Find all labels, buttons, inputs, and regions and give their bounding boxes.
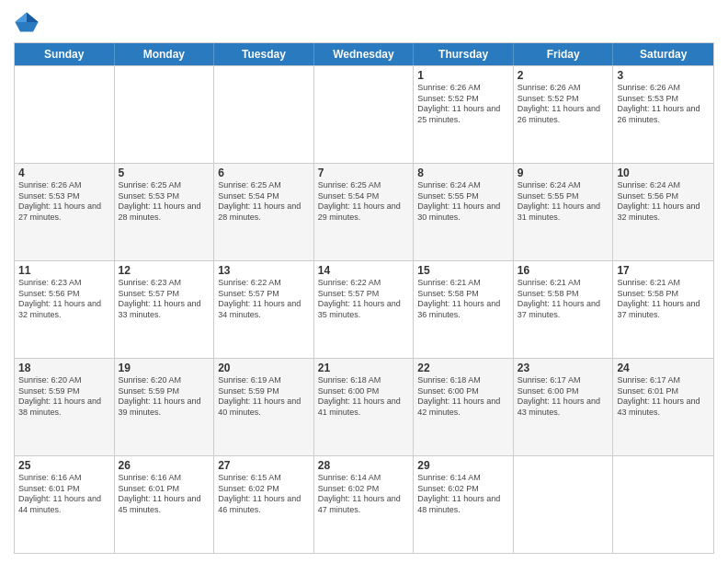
day-number: 24: [617, 362, 710, 374]
calendar-day-17: 17Sunrise: 6:21 AM Sunset: 5:58 PM Dayli…: [613, 261, 713, 358]
calendar-day-28: 28Sunrise: 6:14 AM Sunset: 6:02 PM Dayli…: [314, 456, 415, 553]
calendar-row-4: 25Sunrise: 6:16 AM Sunset: 6:01 PM Dayli…: [15, 455, 713, 553]
header: [14, 9, 714, 35]
calendar-day-7: 7Sunrise: 6:25 AM Sunset: 5:54 PM Daylig…: [314, 164, 415, 260]
calendar-day-26: 26Sunrise: 6:16 AM Sunset: 6:01 PM Dayli…: [115, 456, 215, 553]
page: SundayMondayTuesdayWednesdayThursdayFrid…: [0, 0, 728, 563]
calendar-day-6: 6Sunrise: 6:25 AM Sunset: 5:54 PM Daylig…: [214, 164, 314, 260]
calendar-day-21: 21Sunrise: 6:18 AM Sunset: 6:00 PM Dayli…: [314, 359, 415, 455]
calendar-day-12: 12Sunrise: 6:23 AM Sunset: 5:57 PM Dayli…: [115, 261, 215, 358]
calendar-day-20: 20Sunrise: 6:19 AM Sunset: 5:59 PM Dayli…: [214, 359, 314, 455]
logo-icon: [14, 9, 40, 35]
day-number: 1: [417, 69, 509, 82]
calendar-day-10: 10Sunrise: 6:24 AM Sunset: 5:56 PM Dayli…: [613, 164, 713, 260]
calendar-empty-cell: [15, 66, 115, 163]
day-number: 6: [218, 167, 310, 179]
svg-marker-2: [15, 13, 27, 23]
calendar-day-23: 23Sunrise: 6:17 AM Sunset: 6:00 PM Dayli…: [514, 359, 614, 455]
day-number: 20: [218, 362, 310, 374]
day-info: Sunrise: 6:20 AM Sunset: 5:59 PM Dayligh…: [18, 375, 110, 419]
day-number: 5: [119, 167, 210, 179]
day-info: Sunrise: 6:26 AM Sunset: 5:53 PM Dayligh…: [18, 180, 110, 224]
day-number: 22: [417, 362, 509, 374]
day-info: Sunrise: 6:17 AM Sunset: 6:00 PM Dayligh…: [518, 375, 609, 419]
calendar-day-5: 5Sunrise: 6:25 AM Sunset: 5:53 PM Daylig…: [115, 164, 215, 260]
day-number: 12: [119, 264, 210, 277]
calendar-day-18: 18Sunrise: 6:20 AM Sunset: 5:59 PM Dayli…: [15, 359, 115, 455]
calendar-day-19: 19Sunrise: 6:20 AM Sunset: 5:59 PM Dayli…: [115, 359, 215, 455]
calendar-day-3: 3Sunrise: 6:26 AM Sunset: 5:53 PM Daylig…: [613, 66, 713, 163]
day-number: 11: [18, 264, 110, 277]
day-number: 26: [119, 459, 210, 472]
day-info: Sunrise: 6:23 AM Sunset: 5:56 PM Dayligh…: [18, 278, 110, 321]
day-number: 16: [518, 264, 609, 277]
day-number: 10: [617, 167, 710, 179]
day-of-week-monday: Monday: [115, 43, 215, 65]
day-number: 15: [417, 264, 509, 277]
calendar-row-0: 1Sunrise: 6:26 AM Sunset: 5:52 PM Daylig…: [15, 65, 713, 163]
calendar-empty-cell: [115, 66, 215, 163]
calendar-day-15: 15Sunrise: 6:21 AM Sunset: 5:58 PM Dayli…: [414, 261, 514, 358]
day-number: 21: [318, 362, 410, 374]
logo: [14, 9, 43, 35]
calendar-row-1: 4Sunrise: 6:26 AM Sunset: 5:53 PM Daylig…: [15, 163, 713, 260]
day-info: Sunrise: 6:14 AM Sunset: 6:02 PM Dayligh…: [417, 473, 509, 516]
day-info: Sunrise: 6:18 AM Sunset: 6:00 PM Dayligh…: [417, 375, 509, 419]
day-of-week-wednesday: Wednesday: [314, 43, 415, 65]
day-number: 17: [617, 264, 710, 277]
day-info: Sunrise: 6:23 AM Sunset: 5:57 PM Dayligh…: [119, 278, 210, 321]
day-info: Sunrise: 6:14 AM Sunset: 6:02 PM Dayligh…: [318, 473, 410, 516]
day-info: Sunrise: 6:20 AM Sunset: 5:59 PM Dayligh…: [119, 375, 210, 419]
calendar-header: SundayMondayTuesdayWednesdayThursdayFrid…: [15, 43, 713, 65]
day-info: Sunrise: 6:17 AM Sunset: 6:01 PM Dayligh…: [617, 375, 710, 419]
day-number: 29: [417, 459, 509, 472]
calendar-day-8: 8Sunrise: 6:24 AM Sunset: 5:55 PM Daylig…: [414, 164, 514, 260]
calendar-day-2: 2Sunrise: 6:26 AM Sunset: 5:52 PM Daylig…: [514, 66, 614, 163]
calendar-day-27: 27Sunrise: 6:15 AM Sunset: 6:02 PM Dayli…: [214, 456, 314, 553]
day-of-week-sunday: Sunday: [15, 43, 115, 65]
calendar-day-22: 22Sunrise: 6:18 AM Sunset: 6:00 PM Dayli…: [414, 359, 514, 455]
day-number: 28: [318, 459, 410, 472]
calendar-day-16: 16Sunrise: 6:21 AM Sunset: 5:58 PM Dayli…: [514, 261, 614, 358]
day-info: Sunrise: 6:24 AM Sunset: 5:56 PM Dayligh…: [617, 180, 710, 224]
day-of-week-saturday: Saturday: [613, 43, 713, 65]
calendar-row-2: 11Sunrise: 6:23 AM Sunset: 5:56 PM Dayli…: [15, 260, 713, 358]
day-info: Sunrise: 6:16 AM Sunset: 6:01 PM Dayligh…: [119, 473, 210, 516]
calendar-row-3: 18Sunrise: 6:20 AM Sunset: 5:59 PM Dayli…: [15, 358, 713, 455]
calendar-empty-cell: [314, 66, 415, 163]
calendar-day-11: 11Sunrise: 6:23 AM Sunset: 5:56 PM Dayli…: [15, 261, 115, 358]
day-info: Sunrise: 6:26 AM Sunset: 5:52 PM Dayligh…: [518, 83, 609, 126]
calendar-empty-cell: [514, 456, 614, 553]
calendar-day-29: 29Sunrise: 6:14 AM Sunset: 6:02 PM Dayli…: [414, 456, 514, 553]
day-info: Sunrise: 6:18 AM Sunset: 6:00 PM Dayligh…: [318, 375, 410, 419]
calendar-day-24: 24Sunrise: 6:17 AM Sunset: 6:01 PM Dayli…: [613, 359, 713, 455]
calendar-empty-cell: [214, 66, 314, 163]
day-number: 3: [617, 69, 710, 82]
day-info: Sunrise: 6:25 AM Sunset: 5:53 PM Dayligh…: [119, 180, 210, 224]
day-number: 13: [218, 264, 310, 277]
day-number: 4: [18, 167, 110, 179]
day-of-week-thursday: Thursday: [414, 43, 514, 65]
calendar-day-1: 1Sunrise: 6:26 AM Sunset: 5:52 PM Daylig…: [414, 66, 514, 163]
calendar-day-25: 25Sunrise: 6:16 AM Sunset: 6:01 PM Dayli…: [15, 456, 115, 553]
day-info: Sunrise: 6:21 AM Sunset: 5:58 PM Dayligh…: [417, 278, 509, 321]
day-number: 2: [518, 69, 609, 82]
day-info: Sunrise: 6:16 AM Sunset: 6:01 PM Dayligh…: [18, 473, 110, 516]
day-of-week-friday: Friday: [514, 43, 614, 65]
day-number: 7: [318, 167, 410, 179]
day-info: Sunrise: 6:15 AM Sunset: 6:02 PM Dayligh…: [218, 473, 310, 516]
day-number: 14: [318, 264, 410, 277]
day-info: Sunrise: 6:19 AM Sunset: 5:59 PM Dayligh…: [218, 375, 310, 419]
calendar-day-4: 4Sunrise: 6:26 AM Sunset: 5:53 PM Daylig…: [15, 164, 115, 260]
day-number: 23: [518, 362, 609, 374]
calendar-day-13: 13Sunrise: 6:22 AM Sunset: 5:57 PM Dayli…: [214, 261, 314, 358]
day-info: Sunrise: 6:21 AM Sunset: 5:58 PM Dayligh…: [617, 278, 710, 321]
day-info: Sunrise: 6:24 AM Sunset: 5:55 PM Dayligh…: [518, 180, 609, 224]
calendar-body: 1Sunrise: 6:26 AM Sunset: 5:52 PM Daylig…: [15, 65, 713, 553]
day-number: 18: [18, 362, 110, 374]
calendar-empty-cell: [613, 456, 713, 553]
day-info: Sunrise: 6:22 AM Sunset: 5:57 PM Dayligh…: [318, 278, 410, 321]
day-info: Sunrise: 6:26 AM Sunset: 5:53 PM Dayligh…: [617, 83, 710, 126]
day-info: Sunrise: 6:26 AM Sunset: 5:52 PM Dayligh…: [417, 83, 509, 126]
day-info: Sunrise: 6:25 AM Sunset: 5:54 PM Dayligh…: [218, 180, 310, 224]
